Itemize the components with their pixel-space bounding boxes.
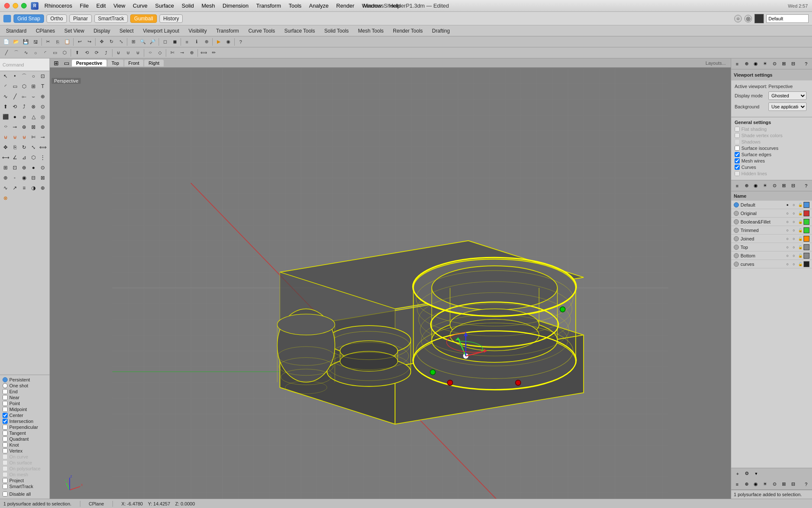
- osnap-center[interactable]: Center: [3, 412, 47, 418]
- viewport-circle-2[interactable]: ◎: [744, 15, 752, 22]
- copy-tool[interactable]: ⎘: [10, 143, 19, 152]
- pt-env-icon[interactable]: ⊙: [770, 60, 779, 68]
- arc-icon[interactable]: ◜: [41, 48, 50, 58]
- menu-dimension[interactable]: Dimension: [219, 2, 252, 10]
- free-curve-tool[interactable]: ∿: [1, 92, 10, 101]
- osnap-project[interactable]: Project: [3, 478, 47, 483]
- lb-add-layer[interactable]: +: [734, 470, 741, 478]
- layer-panel-icon[interactable]: ≡: [182, 37, 192, 47]
- solid-torus-tool[interactable]: ◎: [38, 112, 47, 121]
- pt-help-icon[interactable]: ?: [802, 60, 810, 68]
- shell-tool[interactable]: ⊠: [29, 122, 38, 132]
- pt3-env-icon[interactable]: ⊙: [770, 480, 779, 489]
- point-cloud-tool[interactable]: ⋮: [38, 153, 47, 162]
- zoom-in-icon[interactable]: 🔍: [138, 37, 148, 47]
- mirror-tool[interactable]: ⟺: [38, 143, 47, 152]
- layer-trimmed-lock[interactable]: 🔓: [797, 227, 803, 233]
- revolve-icon[interactable]: ⟲: [82, 48, 91, 58]
- extrude-crv-tool[interactable]: ⬆: [1, 102, 10, 111]
- osnap-quadrant-check[interactable]: [3, 436, 8, 442]
- tab-curve-tools[interactable]: Curve Tools: [244, 27, 279, 35]
- layer-joined[interactable]: Joined ○ ○ 🔓: [731, 235, 812, 243]
- menu-analyze[interactable]: Analyze: [306, 2, 332, 10]
- osnap-knot-check[interactable]: [3, 442, 8, 447]
- rect-tool[interactable]: ▭: [10, 82, 19, 91]
- layer-default-color[interactable]: [804, 202, 809, 208]
- text-tool[interactable]: T: [38, 82, 47, 91]
- paste-icon[interactable]: 📋: [63, 37, 72, 47]
- oneshot-radio[interactable]: [3, 383, 8, 388]
- join-icon[interactable]: ⊕: [187, 48, 196, 58]
- boolean-union-icon[interactable]: ⊌: [114, 48, 123, 58]
- layer-trimmed-vis[interactable]: ○: [791, 227, 797, 233]
- pt3-material-icon[interactable]: ◉: [752, 480, 760, 489]
- sweep1-tool[interactable]: ⤴: [19, 102, 29, 111]
- pt2-ground-icon[interactable]: ⊟: [789, 182, 797, 190]
- layer-trimmed-radio[interactable]: ○: [785, 227, 790, 233]
- layer-bottom-radio[interactable]: ○: [785, 253, 790, 259]
- area-tool[interactable]: ⊿: [19, 153, 29, 162]
- bool-union-tool[interactable]: ⊌: [1, 133, 10, 142]
- osnap-perpendicular-check[interactable]: [3, 425, 8, 430]
- split-srf-tool[interactable]: ⊸: [38, 133, 47, 142]
- tab-render-tools[interactable]: Render Tools: [389, 27, 427, 35]
- layer-curves-color[interactable]: [804, 261, 809, 267]
- osnap-midpoint-check[interactable]: [3, 407, 8, 412]
- menu-file[interactable]: File: [77, 2, 92, 10]
- layer-bf-radio[interactable]: ○: [785, 219, 790, 225]
- layer-bottom-lock[interactable]: 🔓: [797, 253, 803, 259]
- osnap-midpoint[interactable]: Midpoint: [3, 406, 47, 412]
- osnap-disable-all[interactable]: Disable all: [3, 491, 47, 497]
- blend-curve-tool[interactable]: ⌣: [29, 92, 38, 101]
- vp-tab-front[interactable]: Front: [124, 60, 144, 66]
- zebra-tool[interactable]: ≡: [19, 183, 29, 193]
- layer-joined-color[interactable]: [804, 236, 809, 242]
- move-tool[interactable]: ✥: [1, 143, 10, 152]
- arc-tool[interactable]: ◜: [1, 82, 10, 91]
- osnap-on-curve-check[interactable]: [3, 454, 8, 459]
- object-properties-icon[interactable]: ⊕: [202, 37, 211, 47]
- pt-object-icon[interactable]: ⊕: [742, 60, 751, 68]
- pt2-layers-icon[interactable]: ≡: [733, 182, 741, 190]
- solid-cylinder-tool[interactable]: ⌀: [19, 112, 29, 121]
- lb-gear[interactable]: ⚙: [743, 470, 751, 478]
- open-file-icon[interactable]: 📂: [11, 37, 21, 47]
- menu-mesh[interactable]: Mesh: [198, 2, 219, 10]
- osnap-oneshot[interactable]: One shot: [3, 383, 47, 389]
- bool-int-tool[interactable]: ⊎: [19, 133, 29, 142]
- layer-joined-radio[interactable]: ○: [785, 236, 790, 242]
- pt3-layers-icon[interactable]: ≡: [733, 480, 741, 489]
- tab-standard[interactable]: Standard: [2, 27, 31, 35]
- osnap-on-polysurface[interactable]: On polysurface: [3, 466, 47, 472]
- boolean-int-icon[interactable]: ⊎: [133, 48, 143, 58]
- polyline-icon[interactable]: ⌒: [11, 48, 21, 58]
- layer-trimmed[interactable]: Trimmed ○ ○ 🔓: [731, 226, 812, 235]
- gumball-tool[interactable]: ⊕: [19, 163, 29, 172]
- trim-tool[interactable]: ✄: [29, 133, 38, 142]
- viewport-circle-1[interactable]: ○: [734, 15, 742, 22]
- measure-angle-tool[interactable]: ∠: [10, 153, 19, 162]
- circle-icon[interactable]: ○: [31, 48, 40, 58]
- loft-icon[interactable]: ⤴: [102, 48, 111, 58]
- pt-ground-icon[interactable]: ⊟: [789, 60, 797, 68]
- save-file-icon[interactable]: 💾: [21, 37, 30, 47]
- history-button[interactable]: History: [159, 14, 183, 23]
- layer-curves-radio[interactable]: ○: [785, 261, 790, 267]
- line-icon[interactable]: ╱: [2, 48, 11, 58]
- cap-tool[interactable]: ⊛: [38, 122, 47, 132]
- new-file-icon[interactable]: 📄: [2, 37, 11, 47]
- osnap-point[interactable]: Point: [3, 400, 47, 406]
- tab-select[interactable]: Select: [115, 27, 138, 35]
- extrude-icon[interactable]: ⬆: [72, 48, 82, 58]
- layer-top-color[interactable]: [804, 244, 809, 250]
- menu-solid[interactable]: Solid: [178, 2, 198, 10]
- save-as-icon[interactable]: 🖫: [31, 37, 40, 47]
- lb-chevron[interactable]: ▼: [752, 470, 760, 478]
- grid-tool[interactable]: ⊞: [1, 163, 10, 172]
- tab-cplanes[interactable]: CPlanes: [32, 27, 59, 35]
- workspace-icon[interactable]: [3, 15, 11, 22]
- vp-tab-perspective[interactable]: Perspective: [72, 60, 107, 66]
- curve-icon[interactable]: ∿: [21, 48, 30, 58]
- thickness-tool[interactable]: ⊕: [38, 183, 47, 193]
- gs-hidden-lines-check[interactable]: [735, 171, 740, 176]
